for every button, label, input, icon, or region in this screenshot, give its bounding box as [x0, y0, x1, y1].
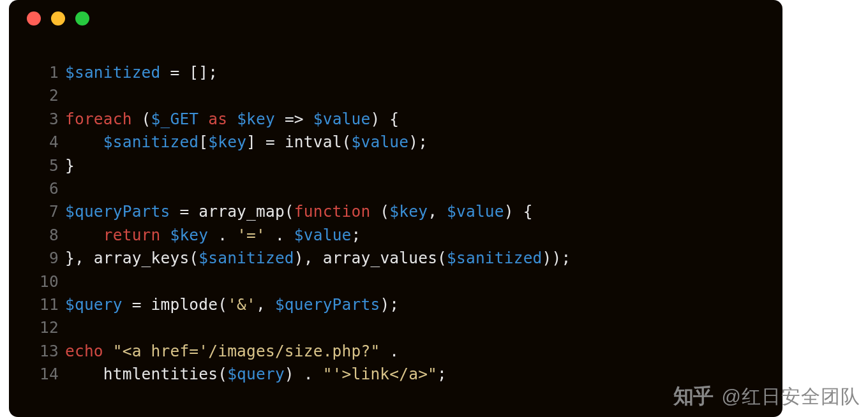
- code-content: echo "<a href='/images/size.php?" .: [65, 340, 782, 363]
- line-number: 1: [9, 61, 65, 84]
- code-content: [65, 84, 782, 107]
- line-number: 8: [9, 224, 65, 247]
- code-content: [65, 177, 782, 200]
- line-number: 4: [9, 131, 65, 154]
- code-line: 10: [9, 270, 782, 293]
- code-content: $queryParts = array_map(function ($key, …: [65, 200, 782, 223]
- code-content: [65, 316, 782, 339]
- code-line: 14 htmlentities($query) . "'>link</a>";: [9, 363, 782, 386]
- code-line: 12: [9, 316, 782, 339]
- minimize-icon[interactable]: [51, 11, 65, 26]
- code-window: 1$sanitized = [];23foreach ($_GET as $ke…: [9, 0, 782, 417]
- code-line: 3foreach ($_GET as $key => $value) {: [9, 108, 782, 131]
- code-line: 2: [9, 84, 782, 107]
- code-line: 5}: [9, 154, 782, 177]
- zoom-icon[interactable]: [75, 11, 89, 26]
- code-content: }: [65, 154, 782, 177]
- close-icon[interactable]: [27, 11, 41, 26]
- line-number: 9: [9, 247, 65, 270]
- code-line: 1$sanitized = [];: [9, 61, 782, 84]
- line-number: 13: [9, 340, 65, 363]
- line-number: 14: [9, 363, 65, 386]
- line-number: 12: [9, 316, 65, 339]
- code-line: 7$queryParts = array_map(function ($key,…: [9, 200, 782, 223]
- code-line: 6: [9, 177, 782, 200]
- code-line: 4 $sanitized[$key] = intval($value);: [9, 131, 782, 154]
- code-content: return $key . '=' . $value;: [65, 224, 782, 247]
- line-number: 2: [9, 84, 65, 107]
- line-number: 6: [9, 177, 65, 200]
- code-content: foreach ($_GET as $key => $value) {: [65, 108, 782, 131]
- line-number: 7: [9, 200, 65, 223]
- code-line: 11$query = implode('&', $queryParts);: [9, 293, 782, 316]
- zhihu-logo-icon: 知乎: [673, 383, 713, 411]
- line-number: 5: [9, 154, 65, 177]
- line-number: 11: [9, 293, 65, 316]
- watermark-text: @红日安全团队: [722, 384, 860, 410]
- code-editor: 1$sanitized = [];23foreach ($_GET as $ke…: [9, 37, 782, 386]
- code-line: 13echo "<a href='/images/size.php?" .: [9, 340, 782, 363]
- code-content: $sanitized[$key] = intval($value);: [65, 131, 782, 154]
- code-content: $query = implode('&', $queryParts);: [65, 293, 782, 316]
- code-content: [65, 270, 782, 293]
- code-line: 9}, array_keys($sanitized), array_values…: [9, 247, 782, 270]
- code-content: }, array_keys($sanitized), array_values(…: [65, 247, 782, 270]
- watermark: 知乎 @红日安全团队: [673, 383, 860, 411]
- line-number: 10: [9, 270, 65, 293]
- window-titlebar: [9, 0, 782, 37]
- code-content: $sanitized = [];: [65, 61, 782, 84]
- code-line: 8 return $key . '=' . $value;: [9, 224, 782, 247]
- line-number: 3: [9, 108, 65, 131]
